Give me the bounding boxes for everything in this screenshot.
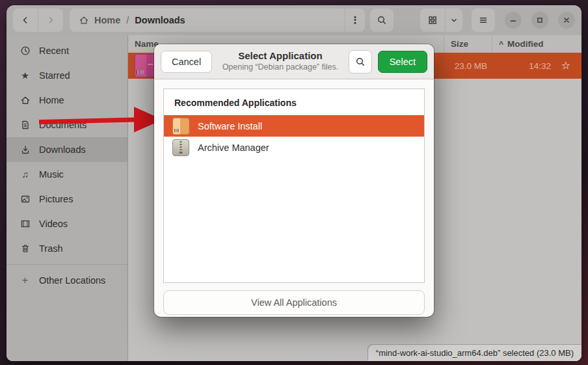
dialog-header: Cancel Select Application Opening “Debia… bbox=[154, 44, 434, 79]
breadcrumb[interactable]: Home / Downloads ⋮ bbox=[70, 8, 365, 32]
sidebar-item-label: Trash bbox=[39, 243, 63, 254]
sidebar-item-label: Documents bbox=[39, 120, 87, 130]
back-icon bbox=[20, 15, 31, 25]
sidebar-separator bbox=[7, 264, 127, 265]
close-button[interactable] bbox=[558, 12, 575, 29]
film-icon bbox=[20, 219, 31, 229]
maximize-icon bbox=[535, 16, 544, 25]
path-menu-button[interactable]: ⋮ bbox=[345, 8, 365, 32]
sidebar-item-trash[interactable]: Trash bbox=[7, 236, 127, 261]
maximize-button[interactable] bbox=[531, 12, 548, 29]
column-header-modified-label: Modified bbox=[507, 39, 544, 49]
back-button[interactable] bbox=[13, 8, 38, 32]
main-menu-button[interactable] bbox=[472, 8, 495, 32]
sidebar-item-label: Music bbox=[39, 169, 64, 180]
desktop: Home / Downloads ⋮ bbox=[0, 0, 588, 365]
select-application-dialog: Cancel Select Application Opening “Debia… bbox=[154, 44, 434, 317]
home-icon bbox=[79, 15, 89, 25]
sidebar-item-pictures[interactable]: Pictures bbox=[7, 187, 127, 211]
home-icon bbox=[20, 95, 31, 105]
sidebar-item-videos[interactable]: Videos bbox=[7, 211, 127, 236]
file-size: 23.0 MB bbox=[444, 61, 487, 71]
recommended-applications-header: Recommended Applications bbox=[164, 89, 424, 115]
sidebar-item-recent[interactable]: Recent bbox=[7, 38, 127, 63]
dialog-subtitle: Opening “Debian package” files. bbox=[218, 62, 343, 73]
sidebar-item-downloads[interactable]: Downloads bbox=[7, 137, 127, 162]
star-toggle-icon[interactable]: ☆ bbox=[561, 61, 570, 71]
hamburger-icon bbox=[478, 15, 488, 25]
cancel-button[interactable]: Cancel bbox=[161, 51, 212, 73]
app-name: Software Install bbox=[198, 121, 262, 131]
clock-icon bbox=[20, 46, 31, 56]
search-button[interactable] bbox=[370, 8, 394, 32]
breadcrumb-current[interactable]: Downloads bbox=[135, 15, 185, 25]
sidebar-item-music[interactable]: ♫ Music bbox=[7, 162, 127, 187]
document-icon bbox=[20, 120, 31, 130]
file-modified-time: 14:32 bbox=[491, 61, 551, 71]
grid-view-button[interactable] bbox=[420, 8, 445, 32]
sidebar-item-label: Recent bbox=[39, 46, 69, 56]
sidebar-item-label: Pictures bbox=[39, 194, 73, 204]
list-item-archive-manager[interactable]: Archive Manager bbox=[164, 137, 424, 158]
sidebar-item-label: Videos bbox=[39, 219, 68, 229]
plus-icon: + bbox=[20, 275, 31, 286]
close-icon bbox=[562, 16, 571, 25]
sidebar-item-documents[interactable]: Documents bbox=[7, 113, 127, 137]
minimize-button[interactable] bbox=[505, 12, 522, 29]
status-text: “mind-work-ai-studio_arm64.deb” selected… bbox=[376, 348, 574, 358]
kebab-icon: ⋮ bbox=[351, 14, 360, 26]
application-list: Recommended Applications Software Instal… bbox=[163, 88, 425, 283]
sidebar-item-label: Starred bbox=[39, 70, 70, 81]
chevron-down-icon bbox=[449, 16, 459, 25]
grid-view-icon bbox=[427, 15, 438, 25]
picture-icon bbox=[20, 194, 31, 204]
search-icon bbox=[377, 15, 387, 25]
navigation-buttons bbox=[13, 8, 63, 32]
archive-manager-icon bbox=[172, 139, 189, 156]
dialog-body: Recommended Applications Software Instal… bbox=[154, 79, 434, 323]
dialog-titlebox: Select Application Opening “Debian packa… bbox=[218, 50, 343, 72]
software-install-icon bbox=[172, 118, 189, 135]
sidebar-item-other-locations[interactable]: + Other Locations bbox=[7, 268, 127, 293]
dialog-search-button[interactable] bbox=[349, 50, 372, 74]
column-header-size[interactable]: Size bbox=[444, 35, 492, 53]
forward-icon bbox=[46, 15, 56, 25]
forward-button[interactable] bbox=[38, 8, 63, 32]
star-icon: ★ bbox=[20, 71, 31, 80]
minimize-icon bbox=[509, 16, 518, 25]
view-all-applications-button[interactable]: View All Applications bbox=[163, 290, 425, 315]
breadcrumb-separator: / bbox=[126, 15, 129, 25]
deb-package-icon bbox=[135, 54, 155, 77]
music-note-icon: ♫ bbox=[20, 170, 31, 179]
status-bar: “mind-work-ai-studio_arm64.deb” selected… bbox=[368, 345, 581, 361]
app-name: Archive Manager bbox=[198, 142, 269, 153]
breadcrumb-home[interactable]: Home bbox=[94, 15, 120, 25]
download-icon bbox=[20, 144, 31, 155]
sidebar: Recent ★ Starred Home Documents bbox=[7, 35, 127, 361]
list-item-software-install[interactable]: Software Install bbox=[164, 115, 424, 137]
sidebar-item-starred[interactable]: ★ Starred bbox=[7, 63, 127, 88]
search-icon bbox=[355, 57, 366, 67]
select-button[interactable]: Select bbox=[378, 51, 427, 73]
sidebar-item-label: Other Locations bbox=[39, 275, 105, 286]
dialog-title: Select Application bbox=[218, 50, 343, 62]
sidebar-item-label: Home bbox=[39, 95, 64, 105]
column-header-modified[interactable]: ^ Modified bbox=[492, 35, 581, 53]
titlebar: Home / Downloads ⋮ bbox=[7, 5, 581, 35]
view-options-button[interactable] bbox=[445, 8, 462, 32]
sort-ascending-icon: ^ bbox=[499, 40, 503, 49]
trash-icon bbox=[20, 243, 31, 254]
sidebar-item-home[interactable]: Home bbox=[7, 88, 127, 113]
sidebar-item-label: Downloads bbox=[39, 144, 86, 155]
view-toggle-button bbox=[420, 8, 462, 32]
